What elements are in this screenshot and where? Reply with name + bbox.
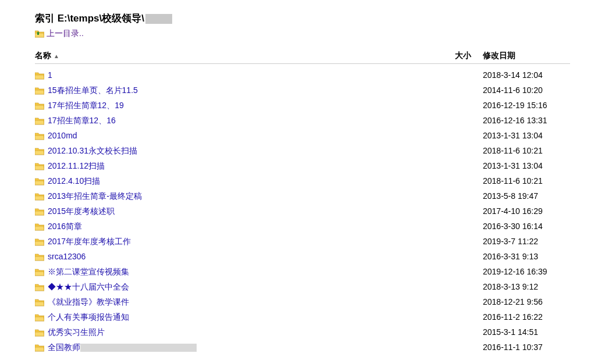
cell-name: 15春招生单页、名片11.5 [35,84,425,96]
folder-icon [35,267,44,276]
cell-date: 2018-11-6 10:21 [471,145,570,156]
cell-date: 2018-3-13 9:12 [471,281,570,292]
cell-name: 2013年招生简章-最终定稿 [35,190,425,202]
folder-link[interactable]: 17年招生简章12、19 [48,99,124,111]
folder-link[interactable]: 2017年度年度考核工作 [48,235,131,247]
folder-link[interactable]: 17招生简章12、16 [48,115,116,126]
table-row: srca123062016-3-31 9:13 [35,249,570,264]
cell-date: 2016-12-16 13:31 [471,115,570,126]
folder-link[interactable]: 2012.11.12扫描 [48,160,105,172]
folder-icon [35,252,44,260]
folder-icon [35,283,44,291]
table-row: 2017年度年度考核工作2019-3-7 11:22 [35,234,570,249]
title-redacted [145,14,172,24]
folder-link[interactable]: 优秀实习生照片 [48,326,105,338]
folder-icon [35,131,44,140]
folder-link[interactable]: 15春招生单页、名片11.5 [48,84,138,96]
folder-link[interactable]: 2010md [48,130,77,141]
folder-icon [35,101,44,109]
cell-name: 2015年度考核述职 [35,205,425,217]
table-row: 优秀实习生照片2015-3-1 14:51 [35,324,570,340]
cell-name: 个人有关事项报告通知 [35,311,425,323]
table-row: 15春招生单页、名片11.52014-11-6 10:20 [35,83,570,98]
up-directory-link[interactable]: 上一目录.. [47,28,84,39]
cell-name: 2017年度年度考核工作 [35,235,425,247]
title-text: 索引 E:\temps\校级领导\ [35,13,144,24]
cell-date: 2016-3-30 16:14 [471,220,570,232]
table-body: 12018-3-14 12:04 15春招生单页、名片11.52014-11-6… [35,67,570,355]
folder-icon [35,313,44,321]
cell-date: 2016-3-31 9:13 [471,251,570,262]
table-row: 2012.10.31永文校长扫描2018-11-6 10:21 [35,143,570,158]
table-row: 17年招生简章12、192016-12-19 15:16 [35,98,570,113]
folder-up-icon [35,30,44,38]
folder-icon [35,177,44,185]
table-row: ◆★★十八届六中全会2018-3-13 9:12 [35,279,570,294]
page-title: 索引 E:\temps\校级领导\ [35,12,570,25]
cell-date: 2015-3-1 14:51 [471,326,570,338]
cell-name: 2016简章 [35,220,425,232]
table-row: 2010md2013-1-31 13:04 [35,128,570,143]
table-row: 2012.4.10扫描2018-11-6 10:21 [35,173,570,188]
cell-date: 2014-11-6 10:20 [471,84,570,96]
cell-date: 2018-12-21 9:56 [471,296,570,308]
cell-name: 2012.11.12扫描 [35,160,425,172]
cell-date: 2018-3-14 12:04 [471,69,570,81]
folder-link[interactable]: 2013年招生简章-最终定稿 [48,190,142,202]
cell-name: ※第二课堂宣传视频集 [35,266,425,277]
cell-name: 17年招生简章12、19 [35,99,425,111]
name-redacted [80,344,197,352]
column-header-size[interactable]: 大小 [425,51,471,61]
folder-icon [35,222,44,230]
table-header-row: 名称 ▲ 大小 修改日期 [35,51,570,64]
folder-icon [35,328,44,336]
folder-link[interactable]: 2015年度考核述职 [48,205,115,217]
folder-icon [35,298,44,306]
table-row: 2015年度考核述职2017-4-10 16:29 [35,204,570,219]
cell-date: 2013-5-8 19:47 [471,190,570,202]
folder-icon [35,237,44,245]
table-row: 个人有关事项报告通知2016-11-2 16:22 [35,309,570,324]
table-row: 《就业指导》教学课件2018-12-21 9:56 [35,294,570,309]
folder-icon [35,147,44,155]
folder-icon [35,343,44,351]
folder-link[interactable]: 全国教师 [48,341,197,353]
cell-name: 17招生简章12、16 [35,115,425,126]
folder-icon [35,192,44,200]
folder-link[interactable]: ◆★★十八届六中全会 [48,281,129,292]
folder-icon [35,207,44,215]
folder-link[interactable]: 2016简章 [48,220,82,232]
folder-link[interactable]: 2012.10.31永文校长扫描 [48,145,137,156]
cell-date: 2013-1-31 13:04 [471,130,570,141]
table-row: 17招生简章12、162016-12-16 13:31 [35,113,570,128]
table-row: 12018-3-14 12:04 [35,67,570,83]
cell-name: 全国教师 [35,341,425,353]
folder-link[interactable]: ※第二课堂宣传视频集 [48,266,129,277]
folder-icon [35,71,44,79]
column-header-name[interactable]: 名称 ▲ [35,51,425,61]
up-directory-row[interactable]: 上一目录.. [35,28,570,39]
table-row: ※第二课堂宣传视频集2019-12-16 16:39 [35,264,570,279]
cell-name: 优秀实习生照片 [35,326,425,338]
folder-link[interactable]: 2012.4.10扫描 [48,175,100,187]
folder-link[interactable]: 1 [48,69,52,81]
column-name-label: 名称 [35,51,51,61]
cell-name: 2010md [35,130,425,141]
cell-date: 2017-4-10 16:29 [471,205,570,217]
cell-date: 2013-1-31 13:04 [471,160,570,172]
table-row: 2013年招生简章-最终定稿2013-5-8 19:47 [35,188,570,204]
sort-ascending-icon: ▲ [54,53,59,59]
folder-icon [35,86,44,94]
column-header-date[interactable]: 修改日期 [471,51,570,61]
cell-name: 《就业指导》教学课件 [35,296,425,308]
file-listing: 名称 ▲ 大小 修改日期 12018-3-14 12:04 15春招生单页、名片… [35,51,570,355]
folder-link[interactable]: 《就业指导》教学课件 [48,296,129,308]
table-row: 全国教师2016-11-1 10:37 [35,340,570,355]
folder-link[interactable]: 个人有关事项报告通知 [48,311,129,323]
folder-icon [35,116,44,124]
cell-date: 2016-12-19 15:16 [471,99,570,111]
folder-link[interactable]: srca12306 [48,251,86,262]
cell-name: 2012.4.10扫描 [35,175,425,187]
cell-date: 2016-11-1 10:37 [471,341,570,353]
table-row: 2016简章2016-3-30 16:14 [35,219,570,234]
